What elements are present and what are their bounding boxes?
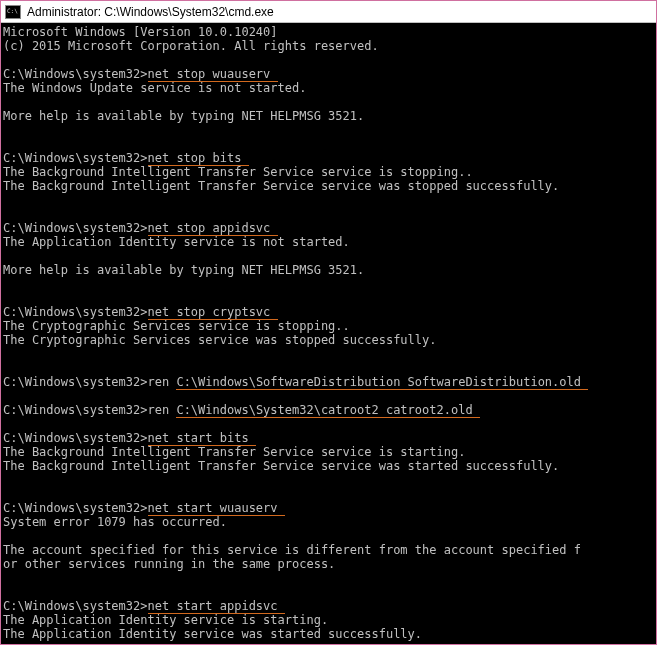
command-line: C:\Windows\system32>ren C:\Windows\Softw…	[3, 375, 654, 389]
cmd-icon	[5, 5, 21, 19]
command-text: net stop cryptsvc	[148, 305, 278, 320]
window-title: Administrator: C:\Windows\System32\cmd.e…	[27, 5, 274, 19]
output-line: The Background Intelligent Transfer Serv…	[3, 459, 654, 473]
terminal-header: Microsoft Windows [Version 10.0.10240]	[3, 25, 654, 39]
prompt: C:\Windows\system32>	[3, 221, 148, 235]
prompt: C:\Windows\system32>	[3, 67, 148, 81]
command-text: C:\Windows\System32\catroot2 catroot2.ol…	[176, 403, 479, 418]
command-text: net stop bits	[148, 151, 249, 166]
command-line: C:\Windows\system32>net stop wuauserv	[3, 67, 654, 81]
command-text: C:\Windows\SoftwareDistribution Software…	[176, 375, 588, 390]
prompt: C:\Windows\system32>	[3, 431, 148, 445]
output-line	[3, 529, 654, 543]
output-line: The Application Identity service was sta…	[3, 627, 654, 641]
prompt: C:\Windows\system32>	[3, 375, 148, 389]
command-line: C:\Windows\system32>net start appidsvc	[3, 599, 654, 613]
output-line	[3, 95, 654, 109]
window-titlebar[interactable]: Administrator: C:\Windows\System32\cmd.e…	[1, 1, 656, 23]
command-text: net start appidsvc	[148, 599, 285, 614]
output-line: The Windows Update service is not starte…	[3, 81, 654, 95]
output-line: System error 1079 has occurred.	[3, 515, 654, 529]
output-line: The Application Identity service is star…	[3, 613, 654, 627]
command-line: C:\Windows\system32>net stop appidsvc	[3, 221, 654, 235]
command-line: C:\Windows\system32>net stop cryptsvc	[3, 305, 654, 319]
output-line: The Background Intelligent Transfer Serv…	[3, 165, 654, 179]
terminal-area[interactable]: Microsoft Windows [Version 10.0.10240](c…	[1, 23, 656, 644]
output-line: The Background Intelligent Transfer Serv…	[3, 179, 654, 193]
command-line: C:\Windows\system32>net start wuauserv	[3, 501, 654, 515]
prompt: C:\Windows\system32>	[3, 403, 148, 417]
command-prefix: ren	[148, 403, 177, 417]
terminal-copyright: (c) 2015 Microsoft Corporation. All righ…	[3, 39, 654, 53]
command-text: net start bits	[148, 431, 256, 446]
command-prefix: ren	[148, 375, 177, 389]
command-text: net start wuauserv	[148, 501, 285, 516]
output-line: The Cryptographic Services service was s…	[3, 333, 654, 347]
prompt: C:\Windows\system32>	[3, 501, 148, 515]
command-line: C:\Windows\system32>ren C:\Windows\Syste…	[3, 403, 654, 417]
command-text: net stop appidsvc	[148, 221, 278, 236]
output-line	[3, 249, 654, 263]
prompt: C:\Windows\system32>	[3, 305, 148, 319]
prompt: C:\Windows\system32>	[3, 599, 148, 613]
prompt: C:\Windows\system32>	[3, 151, 148, 165]
output-line: or other services running in the same pr…	[3, 557, 654, 571]
output-line: More help is available by typing NET HEL…	[3, 109, 654, 123]
output-line: The Cryptographic Services service is st…	[3, 319, 654, 333]
command-line: C:\Windows\system32>net stop bits	[3, 151, 654, 165]
command-line: C:\Windows\system32>net start bits	[3, 431, 654, 445]
output-line: More help is available by typing NET HEL…	[3, 263, 654, 277]
output-line: The Background Intelligent Transfer Serv…	[3, 445, 654, 459]
command-text: net stop wuauserv	[148, 67, 278, 82]
output-line: The account specified for this service i…	[3, 543, 654, 557]
output-line: The Application Identity service is not …	[3, 235, 654, 249]
